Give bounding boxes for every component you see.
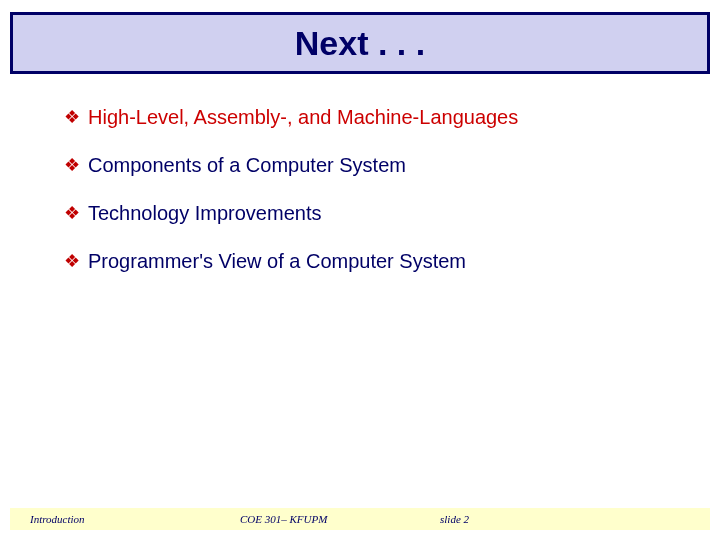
footer-center: COE 301– KFUPM [240, 513, 327, 525]
list-item: ❖ Components of a Computer System [64, 152, 680, 178]
title-band: Next . . . [10, 12, 710, 74]
footer-left: Introduction [30, 513, 85, 525]
bullet-label: Programmer's View of a Computer System [88, 248, 466, 274]
list-item: ❖ Technology Improvements [64, 200, 680, 226]
footer-band: Introduction COE 301– KFUPM slide 2 [10, 508, 710, 530]
diamond-bullet-icon: ❖ [64, 248, 80, 274]
content-area: ❖ High-Level, Assembly-, and Machine-Lan… [64, 104, 680, 296]
diamond-bullet-icon: ❖ [64, 152, 80, 178]
title-inner: Next . . . [13, 15, 707, 71]
list-item: ❖ Programmer's View of a Computer System [64, 248, 680, 274]
bullet-label: Components of a Computer System [88, 152, 406, 178]
bullet-label: Technology Improvements [88, 200, 321, 226]
slide: Next . . . ❖ High-Level, Assembly-, and … [0, 0, 720, 540]
bullet-label: High-Level, Assembly-, and Machine-Langu… [88, 104, 518, 130]
diamond-bullet-icon: ❖ [64, 104, 80, 130]
list-item: ❖ High-Level, Assembly-, and Machine-Lan… [64, 104, 680, 130]
slide-title: Next . . . [295, 24, 425, 63]
footer-right: slide 2 [440, 513, 469, 525]
diamond-bullet-icon: ❖ [64, 200, 80, 226]
